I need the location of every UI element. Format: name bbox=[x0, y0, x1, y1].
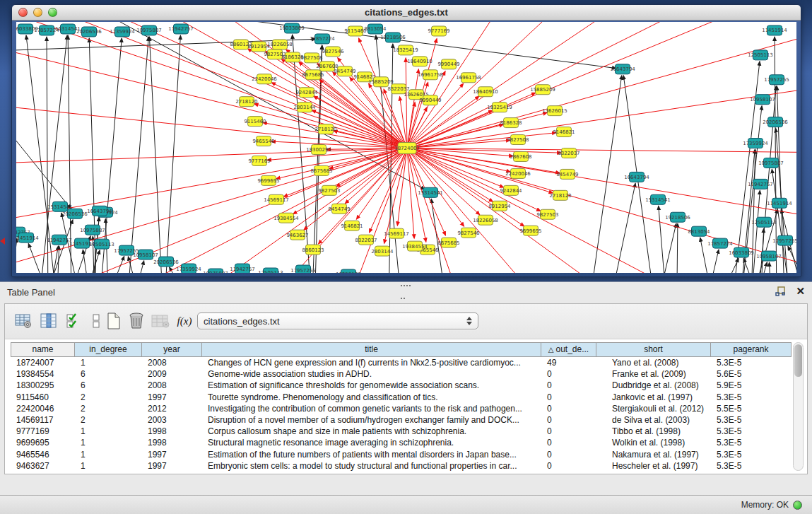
cited-node[interactable]: 9115460 bbox=[244, 117, 266, 127]
cited-node[interactable]: 2718120 bbox=[235, 97, 257, 107]
cited-node[interactable]: 9827503 bbox=[536, 209, 558, 219]
cited-node[interactable]: 8322037 bbox=[355, 235, 377, 245]
citing-node[interactable]: 17359924 bbox=[176, 264, 201, 273]
cited-node[interactable]: 8912954 bbox=[488, 201, 511, 211]
citing-node[interactable]: 15314541 bbox=[645, 194, 671, 204]
cited-node[interactable]: 16961758 bbox=[418, 70, 443, 80]
citing-node[interactable]: 20206536 bbox=[153, 257, 179, 267]
cited-node[interactable]: 8454749 bbox=[556, 169, 578, 179]
table-row[interactable]: 1872400712008Changes of HCN gene express… bbox=[11, 357, 790, 368]
cited-node[interactable]: 9827508 bbox=[300, 53, 322, 63]
float-panel-icon[interactable] bbox=[775, 286, 786, 297]
column-header-short[interactable]: short bbox=[596, 342, 711, 357]
minimize-window-icon[interactable] bbox=[33, 8, 42, 17]
citing-node[interactable]: 11451914 bbox=[767, 198, 792, 208]
panel-resize-handle[interactable] bbox=[400, 284, 413, 290]
citing-node[interactable]: 17857224 bbox=[310, 34, 335, 44]
cited-node[interactable]: 9777169 bbox=[248, 156, 270, 165]
cited-node[interactable]: 8675685 bbox=[437, 238, 459, 247]
cited-node[interactable]: 9699695 bbox=[257, 175, 279, 185]
column-header-name[interactable]: name bbox=[11, 342, 75, 357]
cited-node[interactable]: 2803144 bbox=[371, 246, 394, 256]
cited-node[interactable]: 13626015 bbox=[542, 106, 567, 116]
column-header-year[interactable]: year bbox=[142, 342, 202, 357]
cited-node[interactable]: 18325419 bbox=[393, 45, 418, 55]
citing-node[interactable]: 17857224 bbox=[707, 238, 733, 248]
cited-node[interactable]: 9115460 bbox=[344, 26, 366, 36]
cited-node[interactable]: 22420046 bbox=[505, 168, 531, 178]
table-row[interactable]: 946362711997Embryonic stem cells: a mode… bbox=[11, 460, 790, 472]
close-panel-icon[interactable]: ✕ bbox=[796, 286, 805, 297]
table-row[interactable]: 969969511998Structural magnetic resonanc… bbox=[11, 437, 790, 448]
scrollbar-thumb[interactable] bbox=[794, 344, 802, 377]
memory-ok-indicator-icon[interactable] bbox=[793, 501, 802, 510]
citing-node[interactable]: 20206536 bbox=[763, 117, 788, 127]
network-canvas[interactable]: 8860123891295418226058982750381863289827… bbox=[16, 22, 796, 273]
column-header-in-degree[interactable]: in_degree bbox=[75, 342, 142, 357]
table-row[interactable]: 1456911722003Disruption of a novel membe… bbox=[11, 414, 790, 426]
citing-node[interactable]: 11451914 bbox=[16, 233, 39, 243]
cited-node[interactable]: 18300295 bbox=[306, 145, 331, 155]
show-column-icon[interactable] bbox=[39, 311, 59, 331]
delete-column-icon[interactable] bbox=[126, 311, 146, 331]
cited-node[interactable]: 9463627 bbox=[286, 230, 308, 240]
table-row[interactable]: 1938455462009Genome-wide association stu… bbox=[11, 368, 790, 380]
new-column-icon[interactable] bbox=[104, 311, 124, 331]
cited-node[interactable]: 18325419 bbox=[487, 103, 512, 112]
cited-node[interactable]: 9827508 bbox=[507, 135, 529, 145]
cited-node[interactable]: 19384554 bbox=[273, 213, 299, 223]
cited-node[interactable]: 16961758 bbox=[456, 73, 481, 83]
citing-node[interactable]: 10975887 bbox=[80, 225, 105, 235]
network-window[interactable]: citations_edges.txt 88601238912954182260… bbox=[11, 4, 801, 277]
citing-node[interactable]: 11451914 bbox=[762, 25, 787, 35]
citing-node[interactable]: 10975887 bbox=[203, 269, 228, 273]
cited-node[interactable]: 18640910 bbox=[407, 57, 433, 66]
network-nodes[interactable]: 8860123891295418226058982750381863289827… bbox=[16, 23, 796, 273]
citing-node[interactable]: 19218506 bbox=[665, 212, 690, 222]
citing-node[interactable]: 19218506 bbox=[380, 33, 406, 42]
cited-node[interactable]: 9146821 bbox=[341, 221, 363, 230]
cited-node[interactable]: 9465546 bbox=[252, 136, 274, 146]
cited-node[interactable]: 9990449 bbox=[419, 95, 441, 105]
table-row[interactable]: 1830029562008Estimation of significance … bbox=[11, 380, 790, 391]
select-all-icon[interactable] bbox=[64, 311, 84, 331]
cited-node[interactable]: 9827503 bbox=[318, 185, 340, 195]
cited-node[interactable]: 9827546 bbox=[457, 228, 479, 238]
cited-node[interactable]: 8675685 bbox=[310, 165, 332, 175]
cited-node[interactable]: 22420046 bbox=[252, 74, 277, 84]
table-row[interactable]: 977716911998Corpus callosum shape and si… bbox=[11, 426, 790, 437]
citing-node[interactable]: 16643794 bbox=[610, 64, 635, 74]
zoom-window-icon[interactable] bbox=[48, 8, 57, 17]
table-row[interactable]: 911546021997Tourette syndrome. Phenomeno… bbox=[11, 392, 790, 403]
citing-node[interactable]: 8813054 bbox=[364, 24, 387, 34]
citing-node[interactable]: 17957255 bbox=[764, 75, 789, 85]
column-header-out-de-[interactable]: △out_de... bbox=[541, 342, 596, 357]
cited-node[interactable]: 18226058 bbox=[473, 215, 498, 225]
citing-node[interactable]: 10958107 bbox=[756, 251, 782, 261]
cited-node[interactable]: 9242844 bbox=[500, 185, 522, 195]
table-selector-dropdown[interactable]: citations_edges.txt bbox=[197, 313, 478, 329]
table-row[interactable]: 2242004622012Investigating the contribut… bbox=[11, 403, 790, 414]
citing-node[interactable]: 16643794 bbox=[624, 172, 649, 182]
column-header-title[interactable]: title bbox=[202, 342, 541, 357]
cited-node[interactable]: 8186328 bbox=[500, 118, 522, 128]
citing-node[interactable]: 10958107 bbox=[750, 95, 775, 105]
close-window-icon[interactable] bbox=[18, 8, 28, 17]
cited-node[interactable]: 2718120 bbox=[549, 190, 571, 200]
cited-node[interactable]: 18640910 bbox=[473, 87, 498, 97]
column-header-pagerank[interactable]: pagerank bbox=[711, 342, 792, 357]
citing-node[interactable]: 10958107 bbox=[336, 269, 361, 273]
cited-node[interactable]: 9146821 bbox=[553, 127, 575, 137]
cited-node[interactable]: 9990449 bbox=[437, 59, 459, 69]
citing-node[interactable]: 12505113 bbox=[258, 268, 283, 273]
table-mode-icon[interactable] bbox=[13, 311, 33, 331]
function-builder-icon[interactable]: f(x) bbox=[175, 311, 194, 331]
citing-node[interactable]: 17957255 bbox=[290, 265, 316, 273]
cited-node[interactable]: 2718120 bbox=[314, 124, 336, 134]
cited-node[interactable]: 8860123 bbox=[302, 245, 324, 255]
cited-node[interactable]: 9827546 bbox=[322, 47, 343, 57]
cited-node[interactable]: 8322037 bbox=[558, 148, 579, 158]
citing-node[interactable]: 11942757 bbox=[230, 264, 255, 273]
citing-node[interactable]: 16033809 bbox=[729, 247, 754, 257]
citing-node[interactable]: 17359924 bbox=[743, 139, 768, 148]
